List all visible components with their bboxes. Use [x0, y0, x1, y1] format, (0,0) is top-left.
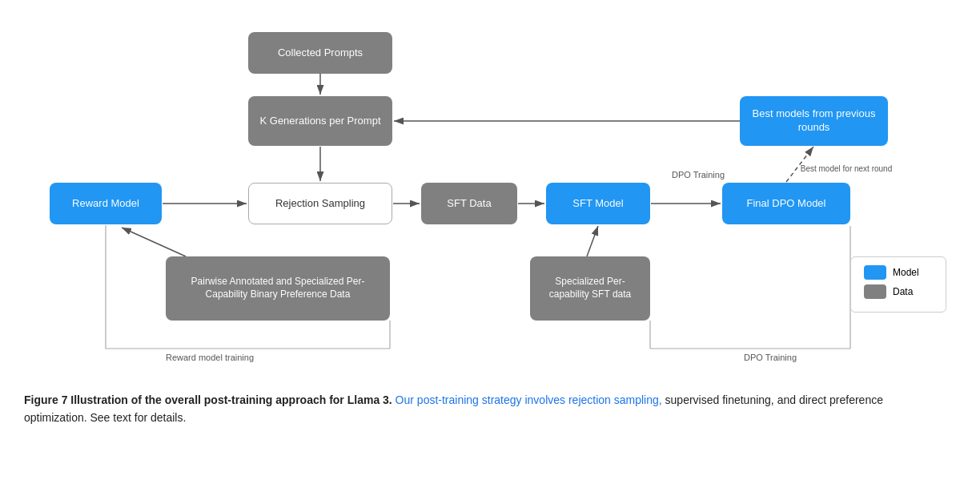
svg-line-14 — [587, 226, 598, 256]
caption-bold: Figure 7 Illustration of the overall pos… — [24, 393, 392, 406]
caption-blue: Our post-training strategy involves reje… — [392, 393, 662, 406]
legend-data-label: Data — [893, 286, 913, 297]
sft-model-node: SFT Model — [546, 183, 650, 224]
best-model-next-label: Best model for next round — [794, 164, 898, 173]
pairwise-label: Pairwise Annotated and Specialized Per-C… — [175, 276, 380, 301]
rejection-sampling-label: Rejection Sampling — [275, 197, 365, 211]
legend-model-swatch — [864, 265, 886, 280]
specialized-sft-node: Specialized Per-capability SFT data — [530, 256, 650, 321]
dpo-training-arrow-label: DPO Training — [658, 170, 738, 179]
figure-caption: Figure 7 Illustration of the overall pos… — [24, 391, 905, 427]
specialized-sft-label: Specialized Per-capability SFT data — [540, 276, 641, 301]
sft-data-node: SFT Data — [421, 183, 517, 224]
svg-line-13 — [122, 228, 186, 256]
dpo-training-bottom-label: DPO Training — [722, 353, 818, 362]
reward-model-node: Reward Model — [50, 183, 162, 224]
reward-model-label: Reward Model — [72, 197, 139, 211]
best-models-label: Best models from previous rounds — [749, 107, 878, 135]
rejection-sampling-node: Rejection Sampling — [248, 183, 392, 224]
legend-data-swatch — [864, 284, 886, 299]
sft-model-label: SFT Model — [572, 197, 623, 211]
collected-prompts-label: Collected Prompts — [278, 46, 363, 60]
legend-data-item: Data — [864, 284, 933, 299]
best-models-node: Best models from previous rounds — [740, 96, 888, 146]
pairwise-node: Pairwise Annotated and Specialized Per-C… — [166, 256, 390, 321]
sft-data-label: SFT Data — [447, 197, 491, 211]
collected-prompts-node: Collected Prompts — [248, 32, 392, 74]
reward-model-training-label: Reward model training — [130, 353, 290, 362]
k-generations-label: K Generations per Prompt — [259, 115, 380, 128]
page-container: Collected Prompts K Generations per Prom… — [0, 0, 980, 443]
final-dpo-model-node: Final DPO Model — [722, 183, 850, 224]
final-dpo-model-label: Final DPO Model — [747, 197, 826, 211]
legend-model-label: Model — [893, 267, 919, 278]
legend-box: Model Data — [850, 256, 946, 313]
legend-model-item: Model — [864, 265, 933, 280]
diagram-container: Collected Prompts K Generations per Prom… — [26, 16, 954, 385]
k-generations-node: K Generations per Prompt — [248, 96, 392, 146]
